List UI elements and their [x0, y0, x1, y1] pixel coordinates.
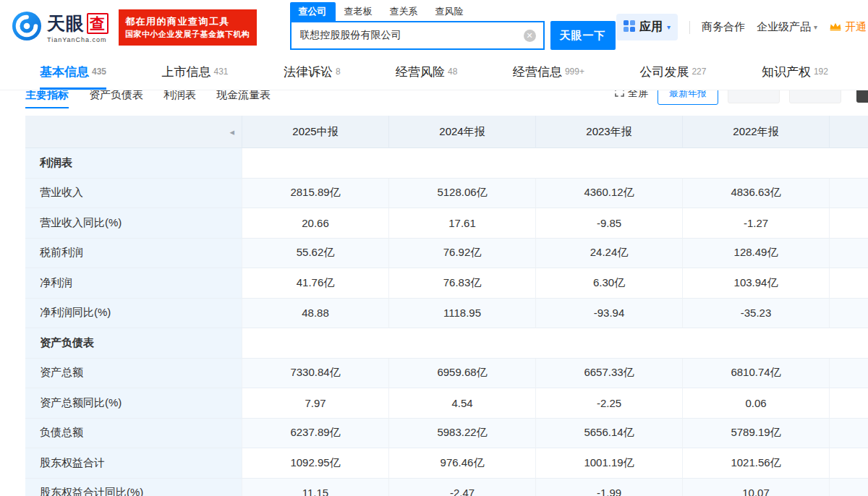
nav-tab-label: 法律诉讼	[284, 64, 333, 80]
enterprise-products-link[interactable]: 企业级产品 ▾	[757, 20, 817, 34]
vip-open-link[interactable]: 开通	[829, 20, 867, 34]
table-row: 净利润同比(%)48.881118.95-93.94-35.23	[25, 299, 868, 329]
brand-domain: TianYanCha.com	[47, 36, 109, 43]
nav-tab-0[interactable]: 基本信息435	[40, 54, 106, 90]
search-tab-0[interactable]: 查公司	[290, 2, 336, 21]
divider	[689, 21, 690, 34]
value-cell: 128.49亿	[683, 239, 830, 269]
value-cell-partial	[830, 239, 868, 269]
sub-tab-3[interactable]: 现金流量表	[216, 90, 271, 108]
value-cell-partial	[830, 448, 868, 479]
value-cell: 55.62亿	[242, 239, 389, 269]
nav-tab-4[interactable]: 经营信息999+	[513, 54, 584, 90]
value-cell: 11.15	[242, 479, 389, 496]
nav-tab-3[interactable]: 经营风险48	[396, 54, 457, 90]
fullscreen-button[interactable]: 全屏	[615, 90, 648, 100]
nav-tab-count: 227	[692, 67, 706, 77]
scroll-left-icon[interactable]: ◂	[229, 127, 234, 137]
subbar-clip: 主要指标资产负债表利润表现金流量表 全屏 最新年报	[0, 90, 868, 108]
value-cell: 6810.74亿	[683, 359, 830, 389]
row-label-cell: 股东权益合计	[25, 448, 242, 479]
tianyancha-logo[interactable]: 天眼查 TianYanCha.com	[12, 11, 109, 44]
nav-tab-count: 431	[213, 67, 228, 77]
crown-icon	[829, 21, 842, 33]
value-cell-partial	[830, 299, 868, 329]
table-header-cell: 2024年报	[389, 116, 536, 148]
row-label-cell: 税前利润	[25, 239, 242, 269]
row-label-cell: 营业收入	[25, 179, 242, 209]
side-partial-control[interactable]	[856, 90, 868, 103]
value-cell: 6.30亿	[536, 268, 683, 299]
table-row: 营业收入2815.89亿5128.06亿4360.12亿4836.63亿	[25, 179, 868, 209]
business-coop-link[interactable]: 商务合作	[702, 20, 745, 34]
topbar: 天眼查 TianYanCha.com 都在用的商业查询工具 国家中小企业发展子基…	[0, 0, 868, 54]
nav-tab-label: 上市信息	[161, 64, 210, 80]
page: 天眼查 TianYanCha.com 都在用的商业查询工具 国家中小企业发展子基…	[0, 0, 868, 496]
nav-tab-6[interactable]: 知识产权192	[762, 54, 828, 90]
search-tab-1[interactable]: 查老板	[336, 2, 381, 21]
sub-tab-0[interactable]: 主要指标	[25, 90, 69, 108]
section-label-cell: 利润表	[25, 148, 242, 179]
value-cell: 5128.06亿	[389, 179, 536, 209]
indicator-subbar: 主要指标资产负债表利润表现金流量表 全屏 最新年报	[0, 90, 868, 108]
value-cell: 4836.63亿	[683, 179, 830, 209]
value-cell-partial	[830, 208, 868, 239]
search-button[interactable]: 天眼一下	[550, 21, 616, 50]
table-row: 营业收入同比(%)20.6617.61-9.85-1.27	[25, 208, 868, 239]
value-cell: 10.07	[683, 479, 830, 496]
date-start-box[interactable]	[728, 90, 780, 103]
financial-table: ◂2025中报2024年报2023年报2022年报利润表营业收入2815.89亿…	[25, 116, 868, 496]
brand-name: 天眼查	[47, 12, 109, 35]
value-cell: 1021.56亿	[683, 448, 830, 479]
value-cell: -2.25	[536, 388, 683, 419]
table-row: 税前利润55.62亿76.92亿24.24亿128.49亿	[25, 239, 868, 269]
chevron-down-icon: ▾	[667, 23, 671, 31]
apps-label: 应用	[639, 20, 663, 35]
nav-tab-2[interactable]: 法律诉讼8	[284, 54, 341, 90]
value-cell: 24.24亿	[536, 239, 683, 269]
value-cell: 4360.12亿	[536, 179, 683, 209]
value-cell-partial	[830, 479, 868, 496]
value-cell: 7.97	[242, 388, 389, 419]
nav-tab-count: 192	[814, 67, 828, 77]
row-label-cell: 净利润	[25, 268, 242, 299]
apps-menu[interactable]: 应用 ▾	[616, 14, 678, 40]
search-input[interactable]	[292, 30, 524, 41]
section-row: 资产负债表	[25, 328, 868, 359]
value-cell: 976.46亿	[389, 448, 536, 479]
value-cell: -93.94	[536, 299, 683, 329]
date-end-box[interactable]	[789, 90, 841, 103]
table-header-label-cell: ◂	[25, 116, 242, 148]
sub-tab-2[interactable]: 利润表	[163, 90, 196, 108]
value-cell: 5656.14亿	[536, 419, 683, 449]
value-cell: -9.85	[536, 208, 683, 239]
search-box: ✕	[290, 21, 545, 50]
sub-tab-1[interactable]: 资产负债表	[89, 90, 143, 108]
value-cell: -2.47	[389, 479, 536, 496]
table-row: 净利润41.76亿76.83亿6.30亿103.94亿	[25, 268, 868, 299]
value-cell-partial	[830, 179, 868, 209]
value-cell: 2815.89亿	[242, 179, 389, 209]
row-label-cell: 资产总额同比(%)	[25, 388, 242, 419]
nav-tab-5[interactable]: 公司发展227	[639, 54, 706, 90]
value-cell-partial	[830, 419, 868, 449]
apps-grid-icon	[624, 20, 635, 35]
search-tab-3[interactable]: 查风险	[427, 2, 472, 21]
latest-report-button[interactable]: 最新年报	[658, 90, 718, 105]
clear-icon[interactable]: ✕	[524, 30, 536, 42]
table-row: 股东权益合计同比(%)11.15-2.47-1.9910.07	[25, 479, 868, 496]
value-cell: 1092.95亿	[242, 448, 389, 479]
value-cell: 103.94亿	[683, 268, 830, 299]
table-row: 负债总额6237.89亿5983.22亿5656.14亿5789.19亿	[25, 419, 868, 449]
row-label-cell: 股东权益合计同比(%)	[25, 479, 242, 496]
table-row: 股东权益合计1092.95亿976.46亿1001.19亿1021.56亿	[25, 448, 868, 479]
slogan-badge: 都在用的商业查询工具 国家中小企业发展子基金旗下机构	[119, 9, 257, 46]
nav-tab-count: 435	[92, 67, 106, 77]
value-cell: 7330.84亿	[242, 359, 389, 389]
chevron-down-icon: ▾	[814, 23, 817, 31]
header-right: 应用 ▾ 商务合作 企业级产品 ▾ 开通	[616, 14, 868, 40]
nav-tab-1[interactable]: 上市信息431	[161, 54, 228, 90]
section-rest-cell	[242, 328, 868, 359]
search-tab-2[interactable]: 查关系	[381, 2, 427, 21]
table-row: 资产总额7330.84亿6959.68亿6657.33亿6810.74亿	[25, 359, 868, 389]
